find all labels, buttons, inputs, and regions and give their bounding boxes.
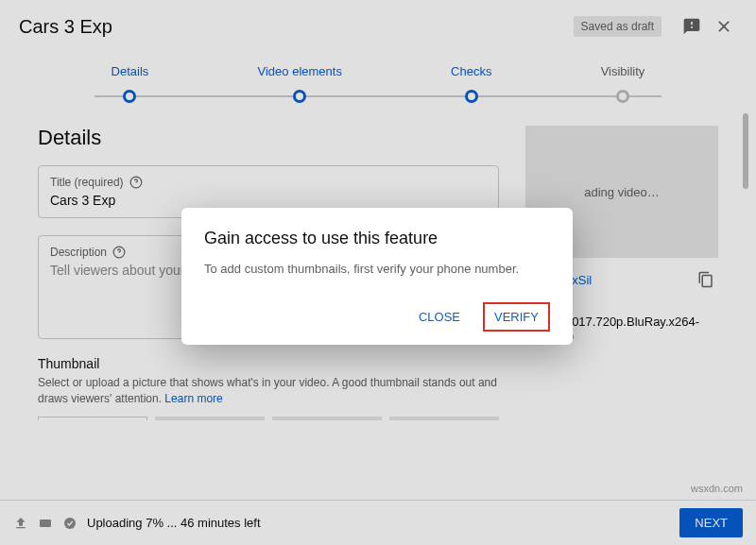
title-value: Cars 3 Exp — [50, 193, 487, 208]
copy-icon[interactable] — [697, 271, 714, 288]
verify-dialog: Gain access to use this feature To add c… — [181, 208, 573, 345]
dialog-actions: CLOSE VERIFY — [204, 302, 550, 332]
thumbnail-option[interactable] — [272, 417, 382, 420]
upload-icon — [13, 516, 28, 531]
help-icon[interactable] — [112, 246, 126, 259]
scrollbar[interactable] — [743, 113, 748, 189]
close-button[interactable]: CLOSE — [409, 302, 470, 332]
thumbnail-option[interactable] — [155, 417, 265, 420]
learn-more-link[interactable]: Learn more — [164, 392, 222, 405]
svg-rect-0 — [40, 519, 51, 527]
footer-bar: Uploading 7% ... 46 minutes left NEXT — [0, 500, 756, 545]
step-video-elements[interactable]: Video elements — [258, 64, 342, 103]
dialog-title: Gain access to use this feature — [204, 229, 550, 248]
video-title: Cars 3 Exp — [19, 16, 574, 38]
title-label: Title (required) — [50, 176, 487, 189]
check-circle-icon — [62, 516, 77, 531]
svg-point-1 — [64, 518, 76, 529]
close-icon[interactable] — [711, 13, 737, 40]
upload-status: Uploading 7% ... 46 minutes left — [87, 516, 261, 530]
step-dot-icon — [465, 90, 478, 103]
step-checks[interactable]: Checks — [451, 64, 491, 103]
stepper: Details Video elements Checks Visibility — [0, 47, 756, 109]
saved-badge: Saved as draft — [574, 16, 662, 37]
feedback-icon[interactable] — [679, 13, 705, 40]
watermark: wsxdn.com — [691, 483, 743, 494]
step-dot-icon — [123, 90, 136, 103]
dialog-body: To add custom thumbnails, first verify y… — [204, 262, 550, 276]
thumbnail-subtext: Select or upload a picture that shows wh… — [38, 375, 499, 407]
help-icon[interactable] — [129, 176, 143, 189]
sd-icon — [38, 516, 53, 531]
verify-button[interactable]: VERIFY — [483, 302, 550, 332]
upload-thumbnail-button[interactable]: Upload thumbnail — [38, 417, 147, 420]
step-visibility[interactable]: Visibility — [601, 64, 645, 103]
thumbnail-option[interactable] — [389, 417, 499, 420]
next-button[interactable]: NEXT — [679, 508, 743, 537]
thumbnail-heading: Thumbnail — [38, 356, 499, 371]
step-dot-icon — [616, 90, 629, 103]
header-bar: Cars 3 Exp Saved as draft — [0, 0, 756, 47]
details-heading: Details — [38, 126, 499, 150]
step-details[interactable]: Details — [112, 64, 149, 103]
step-dot-icon — [293, 90, 306, 103]
thumbnail-row: Upload thumbnail — [38, 417, 499, 420]
